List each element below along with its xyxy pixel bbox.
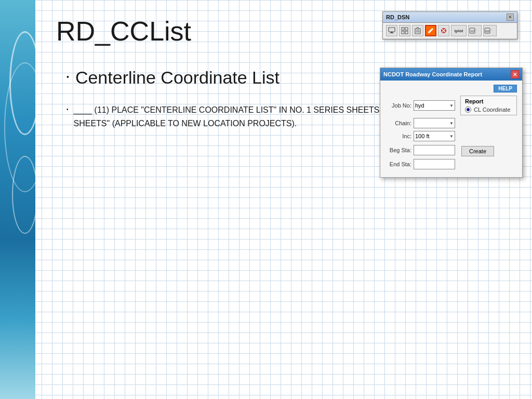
cl-coordinate-label: CL Coordinate: [474, 107, 511, 113]
report-section-header: Report: [465, 98, 512, 104]
create-button[interactable]: Create: [461, 146, 494, 156]
bullet-dot-1: •: [66, 73, 69, 81]
toolbar-icon-grid[interactable]: [399, 25, 410, 36]
toolbar-title: RD_DSN: [386, 14, 409, 20]
chain-label: Chain:: [385, 120, 411, 126]
beg-sta-row: Beg Sta: Create: [385, 144, 517, 156]
toolbar-icon-x[interactable]: [438, 25, 449, 36]
job-no-label: Job No:: [385, 102, 411, 109]
cl-coordinate-radio[interactable]: [465, 107, 471, 113]
job-no-row: Job No: hyd ▼ Report CL Coordinate: [385, 96, 517, 115]
toolbar-icons-row: iplot xd · aa ·: [383, 23, 517, 39]
svg-text:·: ·: [476, 28, 477, 32]
svg-rect-2: [390, 33, 394, 33]
svg-text:xd: xd: [471, 29, 475, 33]
beg-sta-input[interactable]: [414, 145, 455, 155]
job-no-value: hyd: [415, 102, 424, 109]
inc-label: Inc:: [385, 133, 411, 139]
inc-dropdown[interactable]: 100 ft ▼: [414, 131, 455, 141]
end-sta-input[interactable]: [414, 159, 455, 169]
help-button[interactable]: HELP: [494, 85, 517, 92]
inc-row: Inc: 100 ft ▼: [385, 131, 517, 141]
inc-value: 100 ft: [415, 133, 430, 139]
end-sta-label: End Sta:: [385, 161, 411, 167]
svg-rect-8: [417, 28, 419, 29]
dialog-body: HELP Job No: hyd ▼ Report CL Coordinate …: [380, 81, 522, 177]
toolbar-titlebar: RD_DSN ✕: [383, 12, 517, 23]
toolbar-window: RD_DSN ✕ iplot xd: [382, 11, 517, 39]
toolbar-icon-clipboard[interactable]: [412, 25, 423, 36]
svg-text:aa: aa: [485, 29, 489, 33]
iplot-label: iplot: [455, 29, 463, 33]
svg-text:·: ·: [491, 28, 492, 32]
svg-rect-1: [391, 32, 393, 33]
toolbar-icon-edit[interactable]: [425, 25, 436, 36]
chain-dropdown[interactable]: ▼: [414, 118, 455, 128]
bullet-sub-dot: •: [66, 105, 69, 114]
svg-rect-3: [402, 28, 404, 30]
dialog-titlebar: NCDOT Roadway Coordinate Report ✕: [380, 68, 522, 81]
inc-arrow: ▼: [449, 134, 454, 139]
dialog-help-bar: HELP: [385, 85, 517, 92]
svg-rect-5: [402, 31, 404, 34]
main-content: RD_CCList • Centerline Coordinate List •…: [35, 0, 532, 399]
chain-arrow: ▼: [449, 121, 454, 126]
sidebar: [0, 0, 35, 399]
toolbar-icon-iplot[interactable]: iplot: [451, 25, 467, 36]
coordinate-report-dialog: NCDOT Roadway Coordinate Report ✕ HELP J…: [380, 68, 523, 178]
sidebar-decoration-3: [12, 156, 38, 234]
toolbar-icon-aa[interactable]: aa ·: [483, 25, 497, 36]
end-sta-row: End Sta:: [385, 159, 517, 169]
radio-row: CL Coordinate: [465, 107, 512, 113]
dialog-title: NCDOT Roadway Coordinate Report: [383, 71, 482, 77]
job-no-dropdown[interactable]: hyd ▼: [414, 100, 455, 111]
toolbar-icon-monitor[interactable]: [386, 25, 397, 36]
chain-row: Chain: ▼: [385, 118, 517, 128]
svg-rect-4: [405, 28, 408, 30]
toolbar-close-button[interactable]: ✕: [507, 14, 514, 21]
toolbar-icon-xd[interactable]: xd ·: [468, 25, 482, 36]
beg-sta-label: Beg Sta:: [385, 147, 411, 153]
dialog-close-button[interactable]: ✕: [511, 70, 519, 78]
report-section-container: Report CL Coordinate: [460, 96, 517, 115]
bullet-main-text: Centerline Coordinate List: [75, 68, 280, 88]
job-no-arrow: ▼: [449, 103, 454, 108]
svg-rect-0: [389, 28, 395, 32]
svg-rect-6: [405, 31, 408, 34]
blank-underline: ____: [74, 105, 92, 114]
